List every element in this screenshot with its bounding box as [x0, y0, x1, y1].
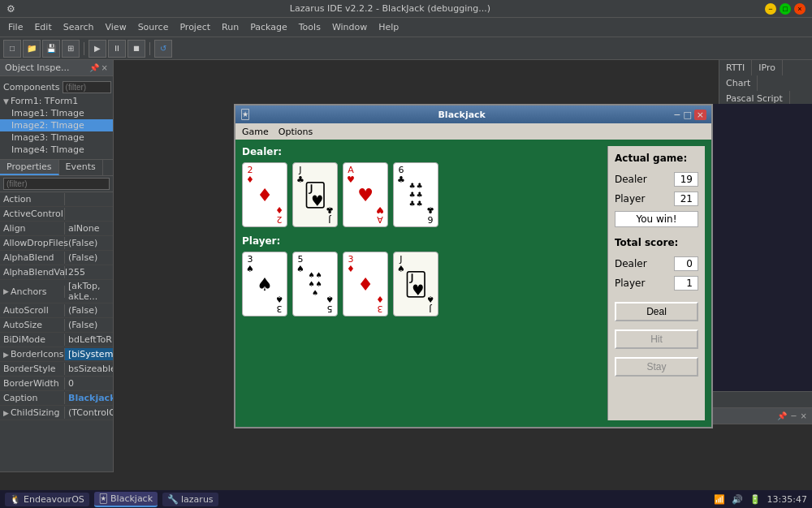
panel-pin-icon[interactable]: 📌	[89, 63, 99, 72]
dealer-card-2-bottom: J♣	[326, 204, 334, 224]
game-menu-bar: Game Options	[235, 123, 711, 140]
menu-search[interactable]: Search	[58, 20, 99, 34]
hit-button[interactable]: Hit	[615, 329, 698, 349]
player-card-1: 3♠ ♠ 3♠	[242, 252, 287, 316]
menu-edit[interactable]: Edit	[29, 20, 56, 34]
prop-value-autoscroll[interactable]: (False)	[65, 304, 113, 316]
tab-ipro[interactable]: IPro	[752, 60, 783, 75]
toolbar-build[interactable]: ▶	[89, 40, 106, 58]
menu-run[interactable]: Run	[217, 20, 244, 34]
properties-section: Action ActiveControl Align alNone AllowD…	[0, 192, 113, 472]
toolbar-open[interactable]: 📁	[23, 40, 41, 58]
bordericons-expand-icon: ▶	[3, 351, 9, 359]
actual-player-row: Player 21	[615, 192, 698, 206]
prop-name-borderwidth: BorderWidth	[0, 377, 65, 390]
menu-tools[interactable]: Tools	[294, 20, 326, 34]
tree-item-image2[interactable]: Image2: TImage	[0, 119, 113, 131]
prop-name-borderstyle: BorderStyle	[0, 363, 65, 375]
object-inspector-label: Object Inspe...	[5, 62, 70, 73]
taskbar-time: 13:35:47	[767, 494, 807, 505]
prop-row-align: Align alNone	[0, 222, 113, 236]
prop-value-activecontrol[interactable]	[65, 213, 113, 215]
prop-name-bordericons: ▶ BorderIcons	[0, 348, 65, 360]
taskbar-blackjack[interactable]: 🃏 Blackjack	[94, 492, 158, 507]
win-message: You win!	[615, 211, 698, 227]
components-section: Components ▼ Form1: TForm1 Image1: TImag…	[0, 76, 113, 160]
toolbar-run[interactable]: ↺	[154, 40, 172, 58]
close-button[interactable]: ×	[794, 3, 806, 15]
menu-view[interactable]: View	[101, 20, 132, 34]
game-menu-game[interactable]: Game	[239, 127, 272, 137]
panel-close-icon[interactable]: ×	[102, 63, 108, 72]
toolbar-stop[interactable]: ⏹	[127, 40, 145, 58]
tab-properties[interactable]: Properties	[0, 160, 59, 175]
tab-events[interactable]: Events	[59, 160, 103, 175]
tab-rtti[interactable]: RTTI	[719, 60, 752, 75]
components-filter[interactable]	[63, 81, 111, 93]
prop-value-caption[interactable]: Blackjack	[65, 392, 113, 404]
taskbar-endeavouros[interactable]: 🐧 EndeavourOS	[5, 493, 89, 506]
prop-value-allowdropfiles[interactable]: (False)	[65, 237, 113, 249]
messages-minimize-icon[interactable]: −	[790, 411, 797, 420]
player-card-4-top: J♠	[397, 255, 405, 274]
menu-window[interactable]: Window	[327, 20, 372, 34]
game-maximize-icon[interactable]: □	[683, 110, 691, 120]
player-card-4: J♠ 🂻 J♠	[393, 252, 438, 316]
taskbar-lazarus[interactable]: 🔧 lazarus	[162, 493, 218, 506]
app-icon: ⚙	[6, 3, 15, 15]
childsizing-expand-icon: ▶	[3, 409, 9, 417]
prop-value-bidimode[interactable]: bdLeftToRight	[65, 334, 113, 346]
actual-dealer-row: Dealer 19	[615, 172, 698, 187]
prop-row-autosize: AutoSize (False)	[0, 318, 113, 333]
tree-item-form1[interactable]: ▼ Form1: TForm1	[0, 95, 113, 107]
player-card-2-bottom: 5♠	[326, 294, 334, 313]
total-dealer-label: Dealer	[615, 258, 647, 269]
prop-row-autoscroll: AutoScroll (False)	[0, 304, 113, 318]
toolbar-save-all[interactable]: ⊞	[62, 40, 80, 58]
actual-player-label: Player	[615, 193, 645, 204]
menu-package[interactable]: Package	[245, 20, 292, 34]
property-tabs: Properties Events	[0, 160, 113, 176]
game-close-icon[interactable]: ×	[694, 110, 706, 120]
center-right-area: · Suit : TSuit; · Rank : Integer; · BJVa…	[114, 60, 812, 472]
minimize-button[interactable]: −	[765, 3, 776, 15]
prop-name-alphablend: AlphaBlend	[0, 252, 65, 264]
prop-value-alphablendval[interactable]: 255	[65, 266, 113, 278]
menu-help[interactable]: Help	[374, 20, 404, 34]
stay-button[interactable]: Stay	[615, 357, 698, 377]
actual-player-value: 21	[674, 192, 698, 206]
prop-value-autosize[interactable]: (False)	[65, 319, 113, 331]
tree-item-image1[interactable]: Image1: TImage	[0, 107, 113, 119]
prop-value-bordericons[interactable]: [biSystemMer...	[65, 348, 113, 360]
maximize-button[interactable]: □	[780, 3, 791, 15]
prop-value-alphablend[interactable]: (False)	[65, 252, 113, 264]
tab-chart[interactable]: Chart	[719, 75, 758, 91]
toolbar-debug[interactable]: ⏸	[108, 40, 126, 58]
menu-project[interactable]: Project	[175, 20, 215, 34]
prop-row-childsizing: ▶ ChildSizing (TControlChildS...	[0, 406, 113, 420]
prop-row-caption: Caption Blackjack	[0, 391, 113, 406]
game-minimize-icon[interactable]: −	[673, 110, 680, 120]
prop-value-anchors[interactable]: [akTop, akLe...	[65, 280, 113, 303]
toolbar-save[interactable]: 💾	[42, 40, 60, 58]
tree-item-image4[interactable]: Image4: TImage	[0, 144, 113, 156]
tree-item-image3[interactable]: Image3: TImage	[0, 131, 113, 144]
prop-value-action[interactable]	[65, 199, 113, 200]
menu-file[interactable]: File	[3, 20, 28, 34]
prop-value-borderwidth[interactable]: 0	[65, 377, 113, 390]
dealer-card-2-top: J♣	[296, 166, 304, 185]
messages-pin-icon[interactable]: 📌	[777, 411, 787, 420]
messages-close-icon[interactable]: ×	[801, 411, 807, 420]
prop-value-align[interactable]: alNone	[65, 222, 113, 235]
deal-button[interactable]: Deal	[615, 302, 698, 321]
game-menu-options[interactable]: Options	[275, 127, 316, 137]
main-content-area: Object Inspe... 📌 × Components ▼ Form1: …	[0, 60, 812, 472]
prop-value-childsizing[interactable]: (TControlChildS...	[65, 407, 113, 419]
menu-source[interactable]: Source	[133, 20, 174, 34]
prop-value-borderstyle[interactable]: bsSizeable	[65, 363, 113, 375]
prop-filter-input[interactable]	[3, 178, 110, 190]
prop-name-alphablendval: AlphaBlendVal	[0, 266, 65, 278]
player-card-3-bottom: 3♦	[376, 294, 384, 313]
toolbar-new[interactable]: □	[3, 40, 21, 58]
player-card-2-top: 5♠	[296, 255, 304, 274]
